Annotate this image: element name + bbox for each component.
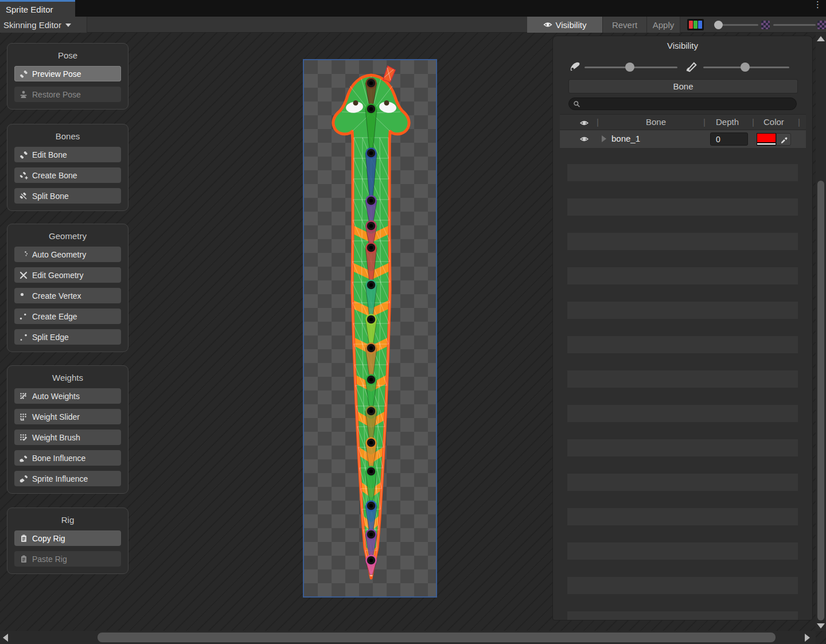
color-eyedropper-button[interactable] [776,133,791,146]
visibility-toggle-button[interactable]: Visibility [527,17,602,33]
vertical-scrollbar[interactable] [816,33,826,631]
weight-slider-label: Weight Slider [32,412,80,421]
paste-rig-icon [19,555,28,564]
copy-rig-icon [19,534,28,543]
window-titlebar: Sprite Editor ⋮ [0,0,826,17]
column-header-depth[interactable]: Depth [716,117,739,127]
geometry-panel-title: Geometry [14,231,121,241]
sprite-influence-label: Sprite Influence [32,474,88,483]
mesh-texture-icon [817,21,826,29]
create-bone-icon [19,171,28,180]
visibility-button-label: Visibility [556,20,587,30]
split-edge-button[interactable]: Split Edge [14,329,121,345]
paste-rig-button[interactable]: Paste Rig [14,551,121,567]
revert-button[interactable]: Revert [602,17,646,33]
restore-pose-label: Restore Pose [32,90,81,99]
horizontal-scrollbar-thumb[interactable] [98,633,776,642]
bone-influence-icon [19,454,28,463]
mesh-opacity-slider-knob[interactable] [741,63,750,72]
restore-pose-button[interactable]: Restore Pose [14,87,121,102]
rgb-red-bar [689,21,693,29]
auto-weights-label: Auto Weights [32,392,80,401]
scroll-up-arrow-icon[interactable] [817,36,825,41]
header-separator: | [752,117,754,127]
sprite-canvas[interactable] [303,59,437,598]
skinning-editor-dropdown[interactable]: Skinning Editor [0,17,87,33]
edit-bone-button[interactable]: Edit Bone [14,147,121,162]
column-header-color[interactable]: Color [763,117,784,127]
eye-icon [543,20,552,29]
row-expander-icon[interactable] [602,135,606,142]
auto-geometry-label: Auto Geometry [32,250,86,259]
person-icon [19,90,28,99]
copy-rig-button[interactable]: Copy Rig [14,530,121,546]
sprite-color-mode-button[interactable] [687,19,704,30]
edit-geometry-label: Edit Geometry [32,271,83,280]
pose-panel: Pose Preview Pose Restore Pose [7,43,128,110]
weight-slider-icon [19,412,28,421]
preview-pose-button[interactable]: Preview Pose [14,66,121,81]
bone-depth-input[interactable] [710,132,748,146]
bones-panel-title: Bones [14,131,121,141]
kebab-menu-icon[interactable]: ⋮ [813,2,819,6]
scroll-left-arrow-icon[interactable] [3,634,8,642]
auto-geometry-icon [19,250,28,259]
bone-opacity-slider-knob[interactable] [625,63,634,72]
rig-panel-title: Rig [14,515,121,525]
column-header-bone[interactable]: Bone [646,117,666,127]
weight-brush-button[interactable]: Weight Brush [14,430,121,445]
weights-panel-title: Weights [14,373,121,383]
sprite-opacity-slider-knob[interactable] [714,21,723,29]
split-edge-label: Split Edge [32,333,69,342]
split-bone-button[interactable]: Split Bone [14,188,121,204]
mesh-opacity-slider-track[interactable] [773,24,816,26]
create-edge-label: Create Edge [32,312,77,321]
geometry-panel: Geometry Auto Geometry Edit Geometry Cre… [7,224,128,352]
skinning-editor-label: Skinning Editor [3,20,61,30]
scroll-right-arrow-icon[interactable] [805,634,810,642]
visibility-panel: Visibility Bone | Bone | Depth | Color |… [552,36,813,620]
weights-panel: Weights Auto Weights Weight Slider Weigh… [7,365,128,494]
copy-rig-label: Copy Rig [32,534,65,543]
mesh-opacity-icon [685,60,698,73]
header-separator: | [798,117,800,127]
scroll-down-arrow-icon[interactable] [817,623,825,629]
create-vertex-button[interactable]: Create Vertex [14,288,121,303]
bone-color-swatch[interactable] [757,133,776,146]
row-visibility-eye-icon[interactable] [579,134,589,144]
rig-panel: Rig Copy Rig Paste Rig [7,508,128,574]
sprite-influence-button[interactable]: Sprite Influence [14,471,121,486]
create-vertex-label: Create Vertex [32,291,81,300]
apply-button[interactable]: Apply [646,17,680,33]
eyedropper-icon [780,135,788,144]
bone-influence-button[interactable]: Bone Influence [14,450,121,466]
create-edge-button[interactable]: Create Edge [14,309,121,324]
weight-brush-icon [19,433,28,442]
rgb-green-bar [693,21,698,29]
auto-geometry-button[interactable]: Auto Geometry [14,247,121,262]
sprite-texture-icon [761,21,770,29]
horizontal-scrollbar[interactable] [0,631,816,644]
tab-bone[interactable]: Bone [568,79,798,93]
bone-table-header: | Bone | Depth | Color | [560,114,806,130]
vertical-scrollbar-thumb[interactable] [817,181,824,620]
edit-geometry-button[interactable]: Edit Geometry [14,267,121,283]
bone-influence-label: Bone Influence [32,454,85,463]
split-bone-icon [19,192,28,201]
create-bone-button[interactable]: Create Bone [14,167,121,183]
weight-slider-button[interactable]: Weight Slider [14,409,121,424]
create-vertex-icon [19,291,28,300]
visibility-column-eye-icon[interactable] [579,118,589,128]
create-bone-label: Create Bone [32,171,77,180]
bone-search-input[interactable] [568,97,797,110]
revert-label: Revert [612,20,637,30]
bones-panel: Bones Edit Bone Create Bone Split Bone [7,124,128,211]
header-separator: | [597,117,599,127]
snake-sprite [304,60,436,596]
auto-weights-icon [19,392,28,401]
auto-weights-button[interactable]: Auto Weights [14,388,121,404]
edit-geometry-icon [19,271,28,280]
tab-sprite-editor[interactable]: Sprite Editor [0,0,75,17]
split-bone-label: Split Bone [32,192,69,201]
bone-table-row[interactable]: bone_1 [560,130,806,148]
